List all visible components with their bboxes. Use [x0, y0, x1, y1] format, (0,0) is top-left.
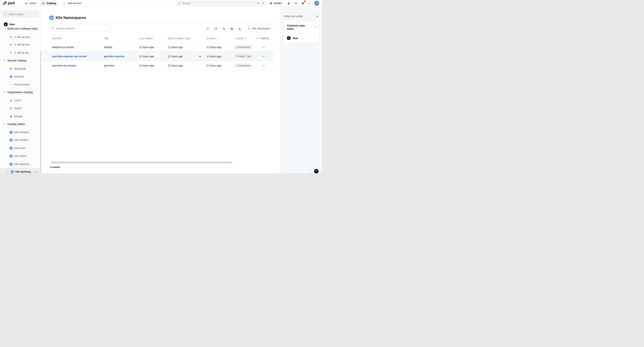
panel-new-button[interactable]: + New [284, 33, 319, 43]
sidebar-item-k8s-namespaces[interactable]: K8s Namesp… [0, 168, 41, 174]
sidebar-item-label: Environments [14, 83, 30, 86]
three-dots-cluster-icon [9, 83, 12, 86]
entity-creation-date-cell: 21 hours ago [168, 43, 183, 52]
row-menu-ellipsis-icon[interactable] [261, 46, 266, 49]
title-link[interactable]: port-k8s-exporter [104, 55, 125, 58]
sidebar-item-setup-users[interactable]: 2. Set up use… [0, 41, 41, 48]
column-header-title[interactable]: Title [104, 34, 108, 43]
panel-close-button[interactable] [315, 14, 320, 19]
main-content: K8s Namespaces K8s Namespace Identifier … [42, 7, 280, 174]
identifier-link[interactable]: port-k8s-exporter-my-cluster [52, 55, 86, 58]
user-avatar[interactable]: JA [314, 1, 319, 6]
column-header-last-update[interactable]: Last Update [139, 34, 152, 43]
column-header-labels[interactable]: Labels [236, 34, 247, 43]
sidebar-item-k8s-nodes[interactable]: K8s Nodes [0, 152, 41, 160]
labels-json-pill[interactable]: { "kubernetes [234, 63, 252, 68]
sidebar-search-input[interactable] [9, 13, 37, 16]
drag-handle-icon[interactable] [6, 170, 9, 173]
nav-catalog[interactable]: Catalog [40, 1, 58, 6]
last-update-cell: 21 hours ago [139, 52, 154, 61]
row-menu-ellipsis-icon[interactable] [261, 55, 266, 58]
labels-cell[interactable]: { "name": "por [234, 54, 253, 59]
add-property-button[interactable]: Property [253, 34, 274, 42]
search-columns-box[interactable] [50, 25, 110, 32]
global-search-input[interactable] [182, 2, 255, 5]
entity-creation-date-cell: 21 hours ago [168, 52, 183, 61]
sidebar-group-organization-catalog[interactable]: Organization Catalog [0, 89, 41, 96]
nav-home-label: Home [29, 2, 36, 5]
copy-value-button[interactable] [197, 53, 203, 60]
port-logo[interactable]: port [3, 1, 15, 5]
table-horizontal-scrollbar[interactable] [51, 162, 232, 163]
invite-user-button[interactable] [286, 0, 292, 7]
builder-button[interactable]: Builder [270, 0, 282, 7]
identifier-link[interactable]: default-my-cluster [52, 46, 74, 49]
port-logo-text: port [8, 1, 15, 5]
sidebar-group-service-catalog[interactable]: Service Catalog [0, 57, 41, 64]
export-button[interactable] [237, 26, 242, 31]
labels-cell[interactable]: { "kubernetes [234, 45, 253, 50]
labels-json-pill[interactable]: { "name": "por [234, 54, 253, 59]
search-icon [52, 27, 54, 30]
filter-button[interactable] [206, 26, 210, 31]
search-columns-input[interactable] [56, 27, 108, 30]
nav-home[interactable]: Home [22, 1, 38, 6]
row-pinned-cell [253, 52, 274, 61]
last-update-cell: 21 hours ago [139, 43, 154, 52]
table-row[interactable]: port-k8s-exporter-my-cluster port-k8s-ex… [42, 52, 274, 61]
checklist-icon [294, 2, 298, 5]
more-options-button[interactable] [307, 0, 312, 7]
table-row[interactable]: default-my-cluster default 21 hours ago … [42, 43, 274, 52]
sort-arrows-icon [222, 27, 226, 31]
sidebar-item-label: K8s ReplicaS… [14, 163, 32, 166]
sidebar-item-environments[interactable]: Environments [0, 81, 41, 88]
table-row[interactable]: port-test-my-cluster port-test 21 hours … [42, 61, 274, 70]
identifier-link[interactable]: port-test-my-cluster [52, 64, 76, 67]
sidebar-item-k8s-clusters[interactable]: K8s Clusters [0, 136, 41, 144]
column-header-entity-creation-date[interactable]: Entity Creation Date [168, 34, 190, 43]
labels-json-pill[interactable]: { "kubernetes [234, 45, 252, 50]
sidebar-item-k8s-workloads[interactable]: K8s Workloa… [0, 129, 41, 136]
add-k8s-namespace-button[interactable]: K8s Namespace [246, 25, 272, 32]
sidebar-scrollbar[interactable] [40, 51, 41, 174]
sidebar-search[interactable] [2, 11, 39, 18]
copy-view-button[interactable] [230, 26, 234, 31]
kubernetes-icon [9, 146, 12, 150]
labels-cell[interactable]: { "kubernetes [234, 63, 253, 68]
column-header-created[interactable]: Created [206, 34, 219, 43]
sidebar-item-label: 2. Set up use… [14, 43, 32, 46]
row-menu-ellipsis-icon[interactable] [261, 64, 266, 67]
sidebar-item-label: K8s Nodes [14, 155, 26, 157]
sidebar-item-teams[interactable]: Teams [0, 105, 41, 112]
sidebar-item-services[interactable]: Services [0, 73, 41, 80]
sidebar-item-users[interactable]: Users [0, 97, 41, 104]
sidebar-item-setup-automations[interactable]: 3. Set up aut… [0, 49, 41, 56]
setup-card: Connect your tools + New [284, 21, 319, 43]
sidebar-group-catalog-tables[interactable]: Catalog Tables [0, 121, 41, 128]
checklist-button[interactable] [293, 0, 298, 7]
title-link[interactable]: port-test [104, 64, 114, 67]
sort-button[interactable] [222, 26, 226, 31]
sidebar-item-groups[interactable]: Groups [0, 113, 41, 120]
title-link[interactable]: default [104, 46, 112, 49]
sidebar-item-setup-service[interactable]: 1. Set up serv… [0, 33, 41, 41]
sidebar-item-label: 3. Set up aut… [14, 51, 31, 54]
column-header-identifier[interactable]: Identifier [52, 34, 62, 43]
item-menu-ellipsis-icon[interactable] [35, 172, 37, 172]
column-header-labels-label: Labels [236, 37, 243, 40]
created-cell: 21 hours ago [206, 52, 221, 61]
nav-self-service[interactable]: Self-service [61, 1, 84, 6]
lightning-icon [63, 2, 66, 5]
sidebar-item-k8s-pods[interactable]: K8s Pods [0, 145, 41, 152]
sidebar-item-k8s-replicasets[interactable]: K8s ReplicaS… [0, 161, 41, 168]
group-by-button[interactable] [214, 26, 218, 31]
person-icon [9, 99, 12, 102]
sidebar-group-label: Service Catalog [8, 59, 26, 62]
kubernetes-icon [9, 131, 12, 134]
entity-creation-date-cell: 21 hours ago [168, 61, 183, 70]
copy-icon [198, 55, 202, 58]
sidebar-item-workloads[interactable]: Workloads [0, 65, 41, 72]
connect-tools-accordion[interactable]: Connect your tools [284, 21, 319, 33]
global-search[interactable]: ⌘ K [176, 1, 266, 6]
sidebar-group-build-software-catalog[interactable]: Build your software catal… [0, 25, 41, 32]
